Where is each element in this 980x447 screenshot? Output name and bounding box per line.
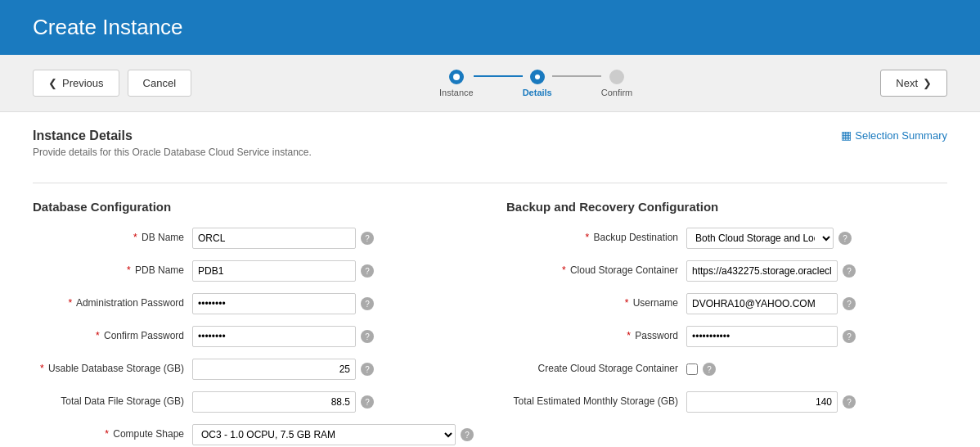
cancel-label: Cancel xyxy=(143,77,176,89)
confirm-password-row: * Confirm Password ? xyxy=(33,324,474,349)
total-data-storage-help-icon[interactable]: ? xyxy=(361,395,374,409)
admin-password-row: * Administration Password ? xyxy=(33,291,474,316)
backup-password-input[interactable] xyxy=(686,326,838,347)
config-grid: Database Configuration * DB Name ? * PDB… xyxy=(33,200,947,447)
admin-password-label: * Administration Password xyxy=(33,297,192,310)
backup-config-section: Backup and Recovery Configuration * Back… xyxy=(506,200,947,447)
backup-dest-row: * Backup Destination Both Cloud Storage … xyxy=(506,226,947,251)
usable-storage-input[interactable] xyxy=(192,359,356,380)
usable-storage-row: * Usable Database Storage (GB) ? xyxy=(33,357,474,382)
total-data-storage-label: Total Data File Storage (GB) xyxy=(33,395,192,409)
usable-storage-help-icon[interactable]: ? xyxy=(361,363,374,376)
navbar: ❮ Previous Cancel Instance Details Con xyxy=(0,55,980,112)
pdb-name-help-icon[interactable]: ? xyxy=(361,264,374,278)
section-title: Instance Details xyxy=(33,129,947,143)
step-confirm-label: Confirm xyxy=(601,88,633,97)
next-label: Next xyxy=(896,77,918,89)
section-divider xyxy=(33,183,947,183)
confirm-password-input[interactable] xyxy=(192,326,356,347)
confirm-password-label: * Confirm Password xyxy=(33,330,192,343)
backup-dest-label: * Backup Destination xyxy=(506,232,686,245)
previous-label: Previous xyxy=(62,77,104,89)
total-monthly-storage-label: Total Estimated Monthly Storage (GB) xyxy=(506,395,686,409)
create-container-checkbox[interactable] xyxy=(686,363,698,375)
create-container-label: Create Cloud Storage Container xyxy=(506,363,686,376)
db-name-row: * DB Name ? xyxy=(33,226,474,251)
nav-left-actions: ❮ Previous Cancel xyxy=(33,70,191,97)
compute-shape-select[interactable]: OC3 - 1.0 OCPU, 7.5 GB RAM xyxy=(192,424,456,445)
step-confirm: Confirm xyxy=(601,70,633,97)
create-container-help-icon[interactable]: ? xyxy=(703,363,716,376)
backup-username-row: * Username ? xyxy=(506,291,947,316)
selection-summary-label: Selection Summary xyxy=(855,129,947,142)
database-config-section: Database Configuration * DB Name ? * PDB… xyxy=(33,200,474,447)
section-subtitle: Provide details for this Oracle Database… xyxy=(33,147,947,158)
step-line-1 xyxy=(474,75,523,77)
chevron-left-icon: ❮ xyxy=(48,77,57,89)
step-instance: Instance xyxy=(439,70,474,97)
usable-storage-label: * Usable Database Storage (GB) xyxy=(33,363,192,376)
backup-username-input[interactable] xyxy=(686,293,838,314)
step-instance-circle xyxy=(449,70,464,84)
step-details: Details xyxy=(523,70,552,97)
cloud-container-input[interactable] xyxy=(686,260,838,282)
total-monthly-storage-row: Total Estimated Monthly Storage (GB) ? xyxy=(506,390,947,414)
step-confirm-circle xyxy=(609,70,624,84)
nav-right-actions: Next ❯ xyxy=(880,70,947,97)
backup-username-label: * Username xyxy=(506,297,686,310)
required-star: * xyxy=(133,232,137,243)
total-monthly-storage-input[interactable] xyxy=(686,391,838,413)
pdb-name-label: * PDB Name xyxy=(33,264,192,278)
step-details-circle xyxy=(530,70,545,84)
total-data-storage-input[interactable] xyxy=(192,391,356,413)
total-monthly-storage-help-icon[interactable]: ? xyxy=(843,395,856,409)
page-header: Create Instance xyxy=(0,0,980,55)
cancel-button[interactable]: Cancel xyxy=(128,70,191,97)
cloud-container-row: * Cloud Storage Container ? xyxy=(506,259,947,283)
step-details-label: Details xyxy=(523,88,552,97)
admin-password-input[interactable] xyxy=(192,293,356,314)
backup-password-label: * Password xyxy=(506,330,686,343)
previous-button[interactable]: ❮ Previous xyxy=(33,70,119,97)
next-button[interactable]: Next ❯ xyxy=(880,70,947,97)
svg-point-0 xyxy=(453,74,460,80)
page-title: Create Instance xyxy=(33,15,183,39)
backup-dest-select[interactable]: Both Cloud Storage and Loca xyxy=(686,228,834,249)
backup-username-help-icon[interactable]: ? xyxy=(843,297,856,310)
compute-shape-help-icon[interactable]: ? xyxy=(461,428,474,441)
backup-config-title: Backup and Recovery Configuration xyxy=(506,200,947,214)
backup-password-help-icon[interactable]: ? xyxy=(843,330,856,343)
cloud-container-help-icon[interactable]: ? xyxy=(843,264,856,278)
create-container-row: Create Cloud Storage Container ? xyxy=(506,357,947,382)
step-line-2 xyxy=(552,75,601,77)
admin-password-help-icon[interactable]: ? xyxy=(361,297,374,310)
chevron-right-icon: ❯ xyxy=(923,77,932,89)
step-instance-label: Instance xyxy=(439,88,474,97)
cloud-container-label: * Cloud Storage Container xyxy=(506,264,686,278)
backup-password-row: * Password ? xyxy=(506,324,947,349)
stepper: Instance Details Confirm xyxy=(191,70,880,97)
grid-icon: ▦ xyxy=(841,129,852,142)
pdb-name-input[interactable] xyxy=(192,260,356,282)
svg-point-1 xyxy=(535,74,540,79)
confirm-password-help-icon[interactable]: ? xyxy=(361,330,374,343)
compute-shape-row: * Compute Shape OC3 - 1.0 OCPU, 7.5 GB R… xyxy=(33,422,474,447)
main-content: ▦ Selection Summary Instance Details Pro… xyxy=(0,112,980,447)
backup-dest-help-icon[interactable]: ? xyxy=(838,232,852,245)
compute-shape-label: * Compute Shape xyxy=(33,428,192,441)
pdb-name-row: * PDB Name ? xyxy=(33,259,474,283)
db-name-help-icon[interactable]: ? xyxy=(361,232,374,245)
db-name-input[interactable] xyxy=(192,228,356,249)
total-data-storage-row: Total Data File Storage (GB) ? xyxy=(33,390,474,414)
selection-summary-link[interactable]: ▦ Selection Summary xyxy=(841,129,947,142)
db-config-title: Database Configuration xyxy=(33,200,474,214)
db-name-label: * DB Name xyxy=(33,232,192,245)
